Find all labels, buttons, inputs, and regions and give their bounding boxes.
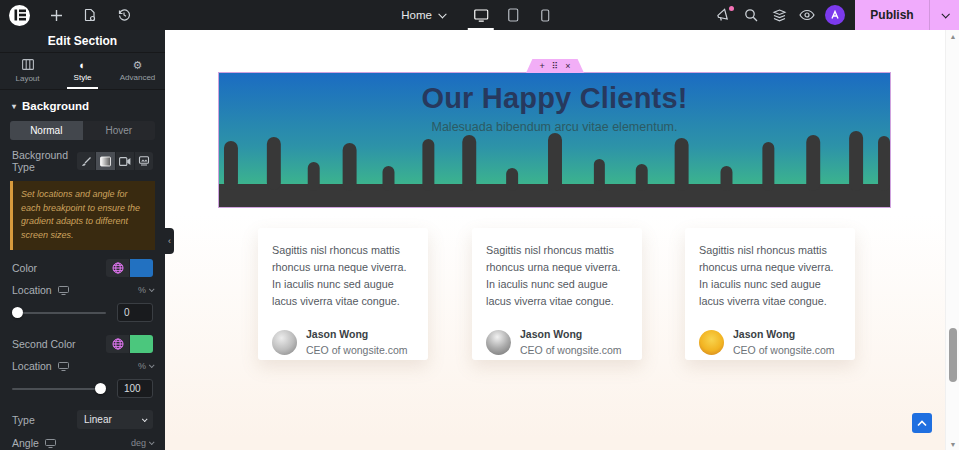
testimonial-person: Jason Wong CEO of wongsite.com — [486, 327, 628, 357]
tab-advanced[interactable]: ⚙ Advanced — [110, 53, 165, 89]
chevron-down-icon — [438, 10, 446, 18]
slider-handle[interactable] — [95, 383, 106, 394]
search-icon[interactable] — [739, 7, 763, 23]
second-location-label-group: Location — [12, 360, 69, 372]
angle-unit-label: deg — [131, 438, 146, 448]
location-value-input[interactable]: 0 — [117, 303, 153, 322]
publish-label: Publish — [870, 8, 913, 22]
location-slider[interactable] — [12, 306, 106, 319]
slider-handle[interactable] — [12, 307, 23, 318]
testimonial-person: Jason Wong CEO of wongsite.com — [272, 327, 414, 357]
topbar-center-group: Home — [391, 0, 561, 30]
second-location-unit-select[interactable]: % — [138, 361, 153, 371]
second-color-swatch[interactable] — [130, 335, 153, 353]
testimonial-card[interactable]: Sagittis nisl rhoncus mattis rhoncus urn… — [685, 228, 855, 360]
user-avatar[interactable] — [825, 5, 845, 25]
color-controls — [106, 259, 153, 277]
globe-icon — [112, 338, 124, 350]
location-slider-row: 0 — [12, 303, 153, 322]
avatar — [486, 330, 511, 355]
hero-section[interactable]: Our Happy Clients! Malesuada bibendum ar… — [218, 72, 891, 208]
location-label-group: Location — [12, 284, 69, 296]
publish-button[interactable]: Publish — [855, 0, 929, 30]
layout-icon — [22, 59, 34, 72]
location-unit-label: % — [138, 285, 146, 295]
person-role: CEO of wongsite.com — [520, 343, 622, 358]
gear-icon: ⚙ — [133, 60, 143, 71]
gradient-type-row: Type Linear — [12, 410, 153, 429]
second-color-label: Second Color — [12, 338, 76, 350]
color-row: Color — [12, 259, 153, 277]
drag-section-icon[interactable]: ⠿ — [552, 62, 559, 71]
state-tabs: Normal Hover — [10, 121, 155, 140]
document-switcher[interactable]: Home — [391, 0, 455, 30]
chevron-down-icon — [142, 416, 148, 422]
page-settings-icon[interactable] — [82, 7, 98, 23]
brush-icon — [81, 156, 92, 167]
second-location-value-input[interactable]: 100 — [117, 379, 153, 398]
tablet-icon — [507, 8, 518, 22]
location-row: Location % — [12, 284, 153, 296]
panel-collapse-handle[interactable]: ‹ — [165, 228, 174, 254]
second-location-slider[interactable] — [12, 382, 106, 395]
publish-button-group: Publish — [855, 0, 959, 30]
first-color-swatch[interactable] — [130, 259, 153, 277]
state-tab-normal[interactable]: Normal — [10, 121, 83, 140]
state-tab-hover[interactable]: Hover — [83, 121, 156, 140]
device-desktop-button[interactable] — [465, 0, 497, 30]
person-role: CEO of wongsite.com — [306, 343, 408, 358]
person-name: Jason Wong — [520, 327, 622, 343]
section-handle[interactable]: + ⠿ × — [526, 59, 584, 73]
person-name: Jason Wong — [306, 327, 408, 343]
global-color-button[interactable] — [106, 335, 129, 353]
global-color-button[interactable] — [106, 259, 129, 277]
testimonial-card[interactable]: Sagittis nisl rhoncus mattis rhoncus urn… — [258, 228, 428, 360]
scrollbar-up-arrow[interactable]: ▲ — [946, 30, 959, 42]
gradient-breakpoint-notice: Set locations and angle for each breakpo… — [10, 181, 155, 250]
bgtype-classic-button[interactable] — [77, 152, 95, 170]
bgtype-video-button[interactable] — [116, 152, 134, 170]
gradient-type-select[interactable]: Linear — [77, 410, 153, 429]
delete-section-icon[interactable]: × — [565, 62, 570, 71]
bgtype-gradient-button[interactable] — [96, 152, 114, 170]
active-device-underline — [468, 28, 494, 30]
tab-advanced-label: Advanced — [120, 73, 156, 82]
location-unit-select[interactable]: % — [138, 285, 153, 295]
tab-layout[interactable]: Layout — [0, 53, 55, 89]
elementor-logo[interactable] — [9, 5, 30, 26]
drip-shape-divider — [219, 131, 890, 207]
background-section-toggle[interactable]: ▾ Background — [0, 90, 165, 119]
editor-canvas: + ⠿ × Our Happy Clients! Malesuada biben… — [165, 30, 945, 450]
preview-icon[interactable] — [795, 7, 819, 23]
tab-style-label: Style — [74, 73, 92, 82]
scrollbar-down-arrow[interactable]: ▼ — [946, 438, 959, 450]
angle-label: Angle — [12, 437, 39, 449]
scrollbar-thumb[interactable] — [949, 328, 957, 382]
avatar-glyph-icon — [830, 10, 840, 20]
device-tablet-button[interactable] — [497, 0, 529, 30]
testimonial-text: Sagittis nisl rhoncus mattis rhoncus urn… — [699, 242, 841, 310]
gradient-type-label: Type — [12, 414, 35, 426]
bgtype-slideshow-button[interactable] — [135, 152, 153, 170]
avatar — [699, 330, 724, 355]
history-icon[interactable] — [116, 7, 132, 23]
publish-options-button[interactable] — [929, 0, 959, 30]
vertical-scrollbar[interactable]: ▲ ▼ — [945, 30, 959, 450]
topbar-left-group — [0, 5, 132, 26]
tab-style[interactable]: ◐ Style — [55, 53, 110, 89]
desktop-icon — [473, 9, 488, 22]
testimonial-card[interactable]: Sagittis nisl rhoncus mattis rhoncus urn… — [472, 228, 642, 360]
angle-unit-select[interactable]: deg — [131, 438, 153, 448]
whats-new-icon[interactable] — [711, 7, 735, 23]
structure-icon[interactable] — [767, 7, 791, 23]
add-new-icon[interactable] — [48, 7, 64, 23]
scroll-to-top-button[interactable] — [912, 413, 932, 433]
hero-title[interactable]: Our Happy Clients! — [219, 82, 890, 115]
device-mobile-button[interactable] — [529, 0, 561, 30]
caret-down-icon: ▾ — [12, 102, 16, 111]
add-section-icon[interactable]: + — [539, 62, 544, 71]
topbar-right-group: Publish — [711, 0, 959, 30]
testimonial-person: Jason Wong CEO of wongsite.com — [699, 327, 841, 357]
slider-track — [12, 312, 106, 314]
color-label: Color — [12, 262, 37, 274]
